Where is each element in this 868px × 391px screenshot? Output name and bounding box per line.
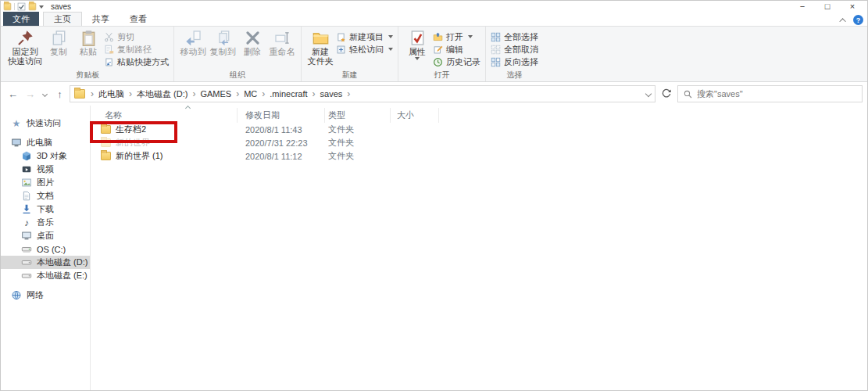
file-row[interactable]: 新的世界2020/7/31 22:23文件夹	[97, 136, 867, 149]
file-row[interactable]: 生存档22020/8/1 11:43文件夹	[97, 123, 867, 136]
pin-icon	[17, 30, 34, 46]
tab-file[interactable]: 文件	[3, 12, 39, 26]
help-icon[interactable]: ?	[853, 15, 863, 25]
copy-button[interactable]: 复制	[45, 29, 73, 57]
titlebar: saves − □ ×	[1, 1, 867, 13]
qat-new-folder-icon[interactable]	[29, 3, 36, 10]
sidebar-item-document[interactable]: 文档	[1, 189, 90, 203]
pin-to-quick-access-button[interactable]: 固定到快速访问	[7, 29, 43, 66]
move-to-button[interactable]: 移动到	[179, 29, 207, 57]
up-button[interactable]: ↑	[52, 89, 67, 99]
refresh-icon[interactable]	[658, 85, 675, 102]
sidebar-item-drive[interactable]: 本地磁盘 (E:)	[1, 269, 90, 282]
sidebar-item-drive-os[interactable]: OS (C:)	[1, 242, 90, 256]
search-icon	[684, 90, 692, 99]
location-folder-icon	[74, 89, 85, 99]
history-icon	[433, 57, 443, 67]
column-headers: 名称 修改日期 类型 大小	[97, 108, 867, 123]
column-header-size[interactable]: 大小	[391, 108, 439, 123]
recent-locations-caret[interactable]	[42, 91, 48, 96]
file-list-pane: 名称 修改日期 类型 大小 生存档22020/8/1 11:43文件夹新的世界2…	[91, 106, 867, 390]
breadcrumb-segment[interactable]: .minecraft	[268, 89, 309, 99]
sidebar-item-drive[interactable]: 本地磁盘 (D:)	[1, 256, 90, 269]
new-folder-button[interactable]: 新建文件夹	[306, 29, 334, 66]
sidebar-item-computer[interactable]: 此电脑	[1, 136, 90, 149]
sidebar-item-download[interactable]: 下载	[1, 203, 90, 216]
maximize-button[interactable]: □	[815, 1, 840, 13]
sidebar-item-label: 快速访问	[27, 117, 61, 129]
minimize-button[interactable]: −	[790, 1, 815, 13]
breadcrumb-chevron-icon[interactable]: ›	[344, 89, 353, 99]
select-all-button[interactable]: 全部选择	[491, 30, 538, 43]
breadcrumb: ›此电脑›本地磁盘 (D:)›GAMES›MC›.minecraft›saves…	[88, 88, 353, 100]
cut-button[interactable]: 剪切	[104, 30, 169, 43]
divider	[14, 3, 15, 10]
sidebar-item-desktop[interactable]: 桌面	[1, 229, 90, 242]
breadcrumb-segment[interactable]: 此电脑	[97, 88, 126, 100]
sidebar-item-picture[interactable]: 图片	[1, 176, 90, 189]
paste-button[interactable]: 粘贴	[74, 29, 102, 57]
address-dropdown-caret[interactable]	[645, 91, 652, 97]
address-bar[interactable]: ›此电脑›本地磁盘 (D:)›GAMES›MC›.minecraft›saves…	[70, 85, 655, 102]
breadcrumb-chevron-icon[interactable]: ›	[88, 89, 97, 99]
open-button[interactable]: 打开	[433, 30, 480, 43]
breadcrumb-chevron-icon[interactable]: ›	[309, 89, 319, 99]
sidebar-item-label: 此电脑	[27, 137, 52, 149]
collapse-ribbon-icon[interactable]	[839, 18, 845, 24]
properties-button[interactable]: 属性	[403, 29, 431, 61]
breadcrumb-segment[interactable]: saves	[319, 89, 345, 99]
group-label-new: 新建	[304, 70, 395, 81]
computer-icon	[11, 138, 22, 148]
move-to-icon	[185, 30, 202, 46]
breadcrumb-segment[interactable]: MC	[242, 89, 259, 99]
breadcrumb-chevron-icon[interactable]: ›	[126, 89, 135, 99]
close-button[interactable]: ×	[840, 1, 865, 13]
easy-access-button[interactable]: 轻松访问	[336, 43, 393, 56]
star-icon: ★	[11, 118, 22, 128]
select-none-button[interactable]: 全部取消	[491, 43, 538, 56]
sidebar-item-music[interactable]: ♪音乐	[1, 216, 90, 229]
copy-path-button[interactable]: 复制路径	[104, 43, 169, 56]
breadcrumb-chevron-icon[interactable]: ›	[259, 89, 268, 99]
sidebar-item-star[interactable]: ★快速访问	[1, 117, 90, 130]
column-header-date[interactable]: 修改日期	[238, 108, 325, 123]
new-item-button[interactable]: 新建项目	[336, 30, 393, 43]
sidebar-item-cube3d[interactable]: 3D 对象	[1, 149, 90, 163]
picture-icon	[21, 178, 32, 188]
back-button[interactable]: ←	[5, 89, 20, 99]
edit-button[interactable]: 编辑	[433, 43, 480, 56]
navigation-sidebar: ★快速访问此电脑3D 对象视频图片文档下载♪音乐桌面OS (C:)本地磁盘 (D…	[1, 106, 91, 390]
copy-to-icon	[215, 30, 231, 46]
annotation-red-box	[90, 121, 177, 143]
paste-shortcut-icon	[104, 57, 114, 67]
ribbon-group-organize: 移动到 复制到 删除 重命名 组织	[173, 27, 301, 81]
invert-selection-button[interactable]: 反向选择	[491, 56, 538, 68]
qat-customize-caret[interactable]	[39, 5, 44, 9]
edit-icon	[433, 45, 443, 55]
copy-to-button[interactable]: 复制到	[209, 29, 237, 57]
column-header-type[interactable]: 类型	[325, 108, 391, 123]
sidebar-item-network[interactable]: 网络	[1, 289, 90, 302]
breadcrumb-segment[interactable]: 本地磁盘 (D:)	[135, 88, 189, 100]
forward-button[interactable]: →	[23, 89, 38, 99]
search-input[interactable]: 搜索"saves"	[677, 85, 863, 102]
sidebar-item-label: 本地磁盘 (E:)	[37, 270, 88, 282]
breadcrumb-chevron-icon[interactable]: ›	[189, 89, 198, 99]
history-button[interactable]: 历史记录	[433, 56, 480, 68]
file-date-modified: 2020/7/31 22:23	[238, 138, 325, 148]
sidebar-item-video[interactable]: 视频	[1, 163, 90, 176]
sidebar-item-label: 音乐	[37, 217, 54, 228]
tab-home[interactable]: 主页	[43, 12, 82, 26]
sidebar-item-label: 下载	[37, 203, 54, 215]
tab-view[interactable]: 查看	[120, 12, 157, 26]
sidebar-item-label: 桌面	[37, 230, 54, 242]
group-label-clipboard: 剪贴板	[5, 70, 171, 81]
qat-properties-icon[interactable]	[17, 2, 26, 11]
file-row[interactable]: 新的世界 (1)2020/8/1 11:12文件夹	[97, 149, 867, 163]
breadcrumb-segment[interactable]: GAMES	[198, 89, 233, 99]
rename-button[interactable]: 重命名	[268, 29, 296, 57]
paste-shortcut-button[interactable]: 粘贴快捷方式	[104, 56, 169, 68]
tab-share[interactable]: 共享	[82, 12, 120, 26]
breadcrumb-chevron-icon[interactable]: ›	[233, 89, 242, 99]
delete-button[interactable]: 删除	[238, 29, 266, 57]
